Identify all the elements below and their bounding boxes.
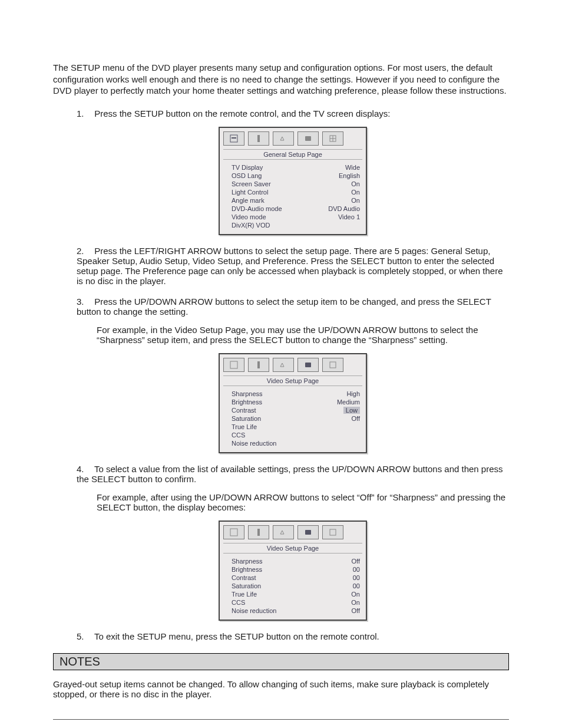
svg-rect-10: [330, 362, 336, 368]
svg-rect-11: [230, 529, 237, 536]
svg-rect-12: [257, 529, 260, 536]
tab-audio-icon: [273, 131, 294, 146]
tab-video-icon: [297, 358, 319, 372]
step-5: 5. To exit the SETUP menu, press the SET…: [77, 631, 509, 641]
step-4: 4. To select a value from the list of av…: [77, 464, 509, 621]
tab-video-icon: [297, 131, 319, 146]
svg-rect-8: [257, 361, 260, 368]
step-3: 3. Press the UP/DOWN ARROW buttons to se…: [77, 297, 509, 453]
tab-speaker-icon: [248, 525, 269, 539]
tab-preference-icon: [322, 525, 343, 539]
svg-rect-2: [257, 135, 260, 142]
tab-preference-icon: [322, 131, 343, 146]
step-1: 1. Press the SETUP button on the remote …: [77, 108, 509, 235]
tab-general-icon: [223, 131, 244, 146]
notes-body: Grayed-out setup items cannot be changed…: [53, 679, 509, 699]
steps-list: 1. Press the SETUP button on the remote …: [77, 108, 509, 641]
svg-rect-9: [305, 363, 311, 367]
svg-rect-7: [230, 361, 237, 368]
svg-rect-13: [305, 530, 311, 535]
footer-divider: [53, 719, 509, 720]
tab-speaker-icon: [248, 358, 269, 372]
screenshot-video-setup-2: Video Setup Page SharpnessOff Brightness…: [219, 521, 367, 621]
step-2: 2. Press the LEFT/RIGHT ARROW buttons to…: [77, 246, 509, 286]
tab-audio-icon: [273, 358, 294, 372]
screenshot-video-setup-1: Video Setup Page SharpnessHigh Brightnes…: [219, 353, 367, 453]
tab-general-icon: [223, 358, 244, 372]
screenshot-general-setup: General Setup Page TV DisplayWide OSD La…: [219, 127, 367, 235]
intro-paragraph: The SETUP menu of the DVD player present…: [53, 62, 509, 97]
tab-general-icon: [223, 525, 244, 539]
tab-audio-icon: [273, 525, 294, 539]
tab-preference-icon: [322, 358, 343, 372]
svg-rect-1: [232, 137, 236, 139]
notes-header: NOTES: [53, 653, 509, 670]
svg-rect-3: [305, 136, 311, 141]
tab-video-icon: [297, 525, 319, 539]
tab-speaker-icon: [248, 131, 269, 146]
svg-rect-14: [330, 529, 336, 535]
